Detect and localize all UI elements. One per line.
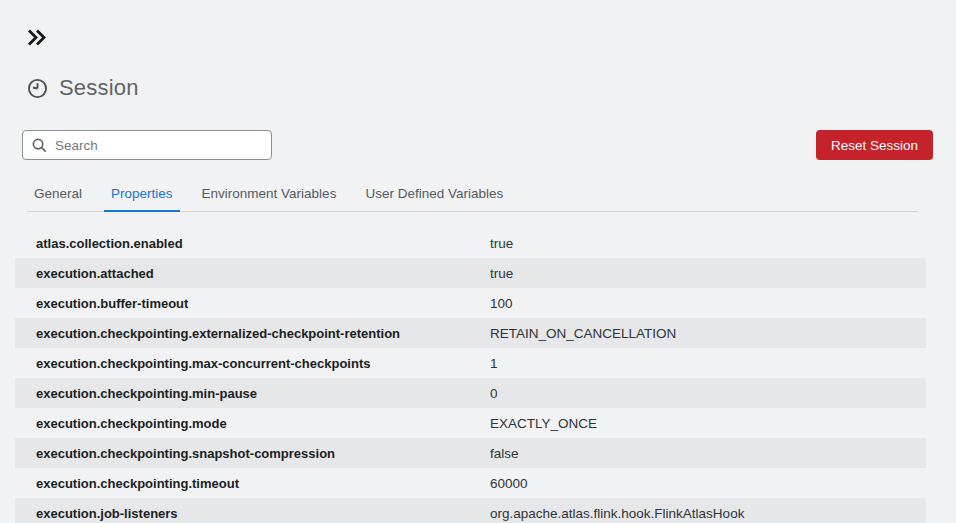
property-value: 0 — [490, 386, 926, 401]
table-row: execution.buffer-timeout100 — [15, 288, 926, 318]
property-value: org.apache.atlas.flink.hook.FlinkAtlasHo… — [490, 506, 926, 521]
clock-icon — [27, 78, 48, 99]
page-title: Session — [59, 75, 139, 101]
double-chevron-right-icon — [26, 27, 47, 48]
property-value: RETAIN_ON_CANCELLATION — [490, 326, 926, 341]
search-box[interactable] — [22, 130, 272, 160]
table-row: execution.checkpointing.snapshot-compres… — [15, 438, 926, 468]
table-row: execution.attachedtrue — [15, 258, 926, 288]
properties-table: atlas.collection.enabledtrueexecution.at… — [15, 228, 926, 523]
property-key: execution.buffer-timeout — [15, 296, 490, 311]
property-value: 100 — [490, 296, 926, 311]
property-key: execution.checkpointing.snapshot-compres… — [15, 446, 490, 461]
tab-environment-variables[interactable]: Environment Variables — [195, 186, 344, 212]
property-key: execution.attached — [15, 266, 490, 281]
expand-sidebar-button[interactable] — [25, 26, 47, 48]
table-row: atlas.collection.enabledtrue — [15, 228, 926, 258]
property-value: true — [490, 236, 926, 251]
table-row: execution.job-listenersorg.apache.atlas.… — [15, 498, 926, 523]
tab-properties[interactable]: Properties — [104, 186, 180, 212]
property-value: EXACTLY_ONCE — [490, 416, 926, 431]
search-icon — [32, 138, 47, 153]
table-row: execution.checkpointing.min-pause0 — [15, 378, 926, 408]
table-row: execution.checkpointing.timeout60000 — [15, 468, 926, 498]
property-key: atlas.collection.enabled — [15, 236, 490, 251]
search-input[interactable] — [55, 138, 262, 153]
property-key: execution.checkpointing.timeout — [15, 476, 490, 491]
table-row: execution.checkpointing.externalized-che… — [15, 318, 926, 348]
property-key: execution.job-listeners — [15, 506, 490, 521]
property-value: false — [490, 446, 926, 461]
property-value: 1 — [490, 356, 926, 371]
property-key: execution.checkpointing.mode — [15, 416, 490, 431]
tab-bar: GeneralPropertiesEnvironment VariablesUs… — [27, 186, 918, 212]
property-value: true — [490, 266, 926, 281]
page-header: Session — [27, 75, 956, 101]
property-key: execution.checkpointing.max-concurrent-c… — [15, 356, 490, 371]
tab-general[interactable]: General — [27, 186, 89, 212]
property-value: 60000 — [490, 476, 926, 491]
table-row: execution.checkpointing.modeEXACTLY_ONCE — [15, 408, 926, 438]
table-row: execution.checkpointing.max-concurrent-c… — [15, 348, 926, 378]
toolbar: Reset Session — [22, 130, 933, 160]
property-key: execution.checkpointing.min-pause — [15, 386, 490, 401]
tab-user-defined-variables[interactable]: User Defined Variables — [358, 186, 510, 212]
property-key: execution.checkpointing.externalized-che… — [15, 326, 490, 341]
reset-session-button[interactable]: Reset Session — [816, 130, 933, 160]
